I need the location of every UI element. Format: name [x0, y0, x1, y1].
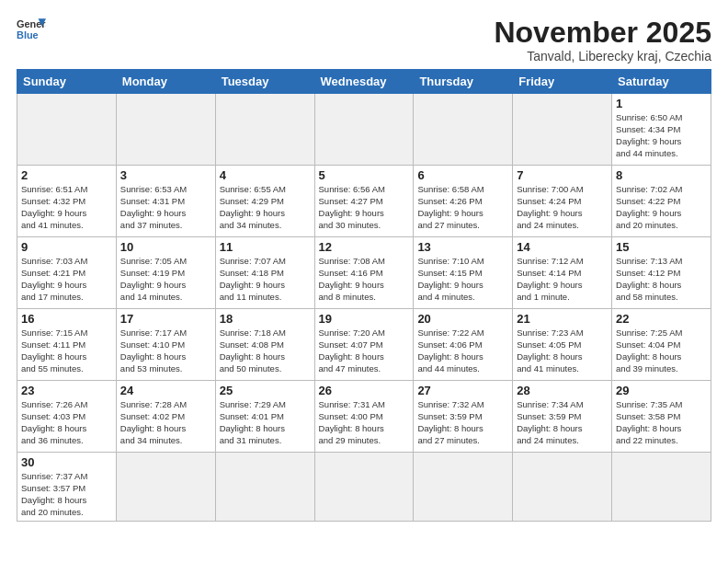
calendar-cell: 11Sunrise: 7:07 AM Sunset: 4:18 PM Dayli…	[215, 237, 314, 309]
weekday-header-saturday: Saturday	[612, 70, 711, 94]
day-info: Sunrise: 7:18 AM Sunset: 4:08 PM Dayligh…	[220, 327, 311, 374]
generalblue-logo-icon: General Blue	[17, 17, 46, 42]
calendar-week-row: 1Sunrise: 6:50 AM Sunset: 4:34 PM Daylig…	[17, 94, 711, 166]
calendar-cell: 22Sunrise: 7:25 AM Sunset: 4:04 PM Dayli…	[612, 309, 711, 381]
calendar-week-row: 9Sunrise: 7:03 AM Sunset: 4:21 PM Daylig…	[17, 237, 711, 309]
calendar-cell: 2Sunrise: 6:51 AM Sunset: 4:32 PM Daylig…	[17, 166, 117, 237]
day-info: Sunrise: 6:56 AM Sunset: 4:27 PM Dayligh…	[319, 184, 410, 231]
month-title: November 2025	[494, 17, 711, 49]
calendar-cell: 25Sunrise: 7:29 AM Sunset: 4:01 PM Dayli…	[215, 381, 314, 453]
calendar-cell	[612, 453, 711, 522]
calendar-cell	[414, 453, 513, 522]
day-info: Sunrise: 7:12 AM Sunset: 4:14 PM Dayligh…	[517, 256, 608, 303]
day-number: 28	[517, 384, 608, 397]
calendar-cell: 16Sunrise: 7:15 AM Sunset: 4:11 PM Dayli…	[17, 309, 117, 381]
day-info: Sunrise: 7:15 AM Sunset: 4:11 PM Dayligh…	[21, 327, 112, 374]
day-number: 1	[616, 97, 707, 110]
day-number: 25	[220, 384, 311, 397]
day-number: 5	[319, 168, 410, 182]
calendar-cell: 28Sunrise: 7:34 AM Sunset: 3:59 PM Dayli…	[513, 381, 612, 453]
calendar-cell	[314, 94, 414, 166]
calendar-week-row: 30Sunrise: 7:37 AM Sunset: 3:57 PM Dayli…	[17, 453, 711, 522]
day-number: 8	[616, 168, 707, 182]
day-number: 3	[120, 168, 211, 182]
day-number: 21	[517, 312, 608, 326]
day-number: 15	[616, 240, 707, 254]
calendar-cell: 20Sunrise: 7:22 AM Sunset: 4:06 PM Dayli…	[414, 309, 513, 381]
page: General Blue November 2025 Tanvald, Libe…	[0, 0, 728, 531]
day-number: 23	[21, 384, 112, 397]
day-number: 16	[21, 312, 112, 326]
location: Tanvald, Liberecky kraj, Czechia	[494, 49, 711, 63]
day-number: 9	[21, 240, 112, 254]
day-info: Sunrise: 7:34 AM Sunset: 3:59 PM Dayligh…	[517, 399, 608, 446]
day-number: 22	[616, 312, 707, 326]
day-info: Sunrise: 7:10 AM Sunset: 4:15 PM Dayligh…	[417, 256, 508, 303]
day-info: Sunrise: 7:37 AM Sunset: 3:57 PM Dayligh…	[21, 471, 112, 518]
day-info: Sunrise: 7:28 AM Sunset: 4:02 PM Dayligh…	[120, 399, 211, 446]
calendar-cell: 23Sunrise: 7:26 AM Sunset: 4:03 PM Dayli…	[17, 381, 117, 453]
day-number: 29	[616, 384, 707, 397]
day-info: Sunrise: 6:51 AM Sunset: 4:32 PM Dayligh…	[21, 184, 112, 231]
calendar-cell	[215, 453, 314, 522]
calendar-cell: 27Sunrise: 7:32 AM Sunset: 3:59 PM Dayli…	[414, 381, 513, 453]
calendar-cell	[513, 453, 612, 522]
day-number: 12	[319, 240, 410, 254]
calendar-cell: 6Sunrise: 6:58 AM Sunset: 4:26 PM Daylig…	[414, 166, 513, 237]
day-info: Sunrise: 7:08 AM Sunset: 4:16 PM Dayligh…	[319, 256, 410, 303]
day-info: Sunrise: 6:55 AM Sunset: 4:29 PM Dayligh…	[220, 184, 311, 231]
day-number: 20	[417, 312, 508, 326]
calendar-week-row: 2Sunrise: 6:51 AM Sunset: 4:32 PM Daylig…	[17, 166, 711, 237]
svg-text:Blue: Blue	[17, 29, 39, 40]
day-info: Sunrise: 7:31 AM Sunset: 4:00 PM Dayligh…	[319, 399, 410, 446]
day-info: Sunrise: 6:58 AM Sunset: 4:26 PM Dayligh…	[417, 184, 508, 231]
calendar-cell: 3Sunrise: 6:53 AM Sunset: 4:31 PM Daylig…	[116, 166, 215, 237]
day-number: 4	[220, 168, 311, 182]
calendar-week-row: 16Sunrise: 7:15 AM Sunset: 4:11 PM Dayli…	[17, 309, 711, 381]
title-block: November 2025 Tanvald, Liberecky kraj, C…	[494, 17, 711, 63]
calendar-cell: 26Sunrise: 7:31 AM Sunset: 4:00 PM Dayli…	[314, 381, 414, 453]
weekday-header-row: SundayMondayTuesdayWednesdayThursdayFrid…	[17, 70, 711, 94]
calendar-cell: 5Sunrise: 6:56 AM Sunset: 4:27 PM Daylig…	[314, 166, 414, 237]
weekday-header-sunday: Sunday	[17, 70, 117, 94]
day-info: Sunrise: 7:17 AM Sunset: 4:10 PM Dayligh…	[120, 327, 211, 374]
weekday-header-friday: Friday	[513, 70, 612, 94]
calendar-cell: 8Sunrise: 7:02 AM Sunset: 4:22 PM Daylig…	[612, 166, 711, 237]
calendar-cell: 9Sunrise: 7:03 AM Sunset: 4:21 PM Daylig…	[17, 237, 117, 309]
day-info: Sunrise: 7:02 AM Sunset: 4:22 PM Dayligh…	[616, 184, 707, 231]
calendar-cell: 30Sunrise: 7:37 AM Sunset: 3:57 PM Dayli…	[17, 453, 117, 522]
calendar-cell	[215, 94, 314, 166]
calendar-cell	[116, 94, 215, 166]
calendar-cell	[414, 94, 513, 166]
calendar-week-row: 23Sunrise: 7:26 AM Sunset: 4:03 PM Dayli…	[17, 381, 711, 453]
day-number: 6	[417, 168, 508, 182]
calendar-cell: 4Sunrise: 6:55 AM Sunset: 4:29 PM Daylig…	[215, 166, 314, 237]
day-number: 7	[517, 168, 608, 182]
day-number: 17	[120, 312, 211, 326]
calendar-cell	[116, 453, 215, 522]
day-info: Sunrise: 7:23 AM Sunset: 4:05 PM Dayligh…	[517, 327, 608, 374]
day-number: 24	[120, 384, 211, 397]
calendar-cell	[513, 94, 612, 166]
weekday-header-wednesday: Wednesday	[314, 70, 414, 94]
calendar-cell: 15Sunrise: 7:13 AM Sunset: 4:12 PM Dayli…	[612, 237, 711, 309]
day-info: Sunrise: 7:20 AM Sunset: 4:07 PM Dayligh…	[319, 327, 410, 374]
header: General Blue November 2025 Tanvald, Libe…	[17, 17, 711, 63]
day-number: 19	[319, 312, 410, 326]
weekday-header-tuesday: Tuesday	[215, 70, 314, 94]
calendar-cell: 21Sunrise: 7:23 AM Sunset: 4:05 PM Dayli…	[513, 309, 612, 381]
day-number: 13	[417, 240, 508, 254]
calendar-cell	[17, 94, 117, 166]
day-info: Sunrise: 7:35 AM Sunset: 3:58 PM Dayligh…	[616, 399, 707, 446]
day-info: Sunrise: 7:13 AM Sunset: 4:12 PM Dayligh…	[616, 256, 707, 303]
day-info: Sunrise: 7:29 AM Sunset: 4:01 PM Dayligh…	[220, 399, 311, 446]
day-info: Sunrise: 7:07 AM Sunset: 4:18 PM Dayligh…	[220, 256, 311, 303]
day-info: Sunrise: 6:50 AM Sunset: 4:34 PM Dayligh…	[616, 112, 707, 159]
calendar-cell	[314, 453, 414, 522]
day-info: Sunrise: 6:53 AM Sunset: 4:31 PM Dayligh…	[120, 184, 211, 231]
calendar-cell: 14Sunrise: 7:12 AM Sunset: 4:14 PM Dayli…	[513, 237, 612, 309]
weekday-header-monday: Monday	[116, 70, 215, 94]
day-number: 30	[21, 455, 112, 469]
weekday-header-thursday: Thursday	[414, 70, 513, 94]
day-number: 11	[220, 240, 311, 254]
